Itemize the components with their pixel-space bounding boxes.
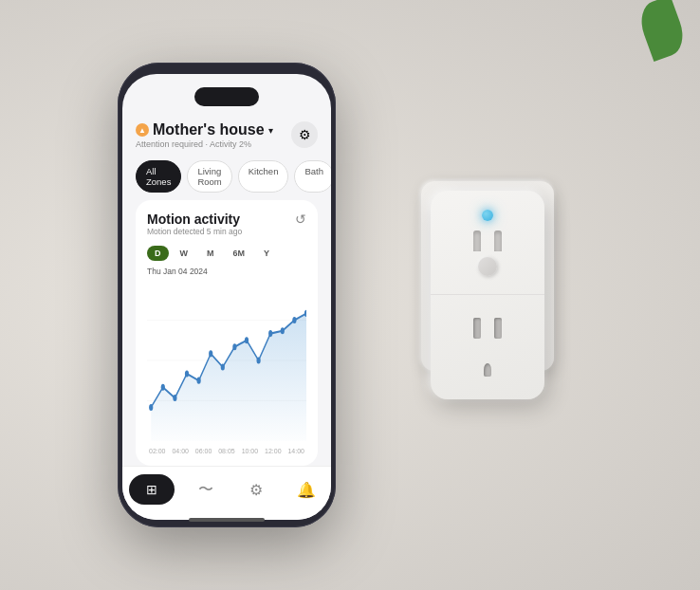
card-title-group: Motion activity Motion detected 5 min ag… (147, 212, 242, 244)
nav-settings[interactable]: ⚙ (237, 474, 275, 505)
dynamic-island (194, 87, 259, 106)
bell-icon: 🔔 (297, 481, 316, 499)
smart-plug (431, 191, 544, 399)
scene: ▲ Mother's house ▾ Attention required · … (0, 0, 700, 590)
home-indicator (189, 518, 265, 522)
header-title-row: ▲ Mother's house ▾ (136, 121, 273, 138)
svg-point-7 (197, 378, 201, 384)
x-label-5: 10:00 (242, 448, 259, 454)
plug-prong-left (473, 230, 481, 251)
nav-activity[interactable]: 〜 (187, 474, 225, 505)
activity-icon: 〜 (198, 480, 213, 500)
chevron-icon[interactable]: ▾ (268, 125, 273, 136)
plug-button[interactable] (478, 257, 497, 276)
svg-point-8 (209, 350, 212, 357)
x-label-7: 14:00 (287, 448, 304, 454)
date-label: Thu Jan 04 2024 (147, 267, 306, 276)
nav-notifications[interactable]: 🔔 (287, 474, 325, 505)
header-left: ▲ Mother's house ▾ Attention required · … (136, 121, 273, 149)
screen-content: ▲ Mother's house ▾ Attention required · … (122, 74, 331, 466)
tab-bath[interactable]: Bath (294, 160, 331, 193)
plug-prong-row (473, 230, 502, 251)
zone-tabs: All Zones Living Room Kitchen Bath (136, 160, 318, 193)
leaf-decoration (635, 0, 690, 62)
svg-point-6 (185, 371, 189, 378)
svg-point-9 (221, 363, 225, 370)
motion-chart (147, 280, 306, 454)
nav-grid[interactable]: ⊞ (129, 474, 175, 505)
grid-icon: ⊞ (146, 482, 157, 497)
x-label-2: 04:00 (172, 448, 189, 454)
card-header: Motion activity Motion detected 5 min ag… (147, 212, 306, 244)
activity-card: Motion activity Motion detected 5 min ag… (136, 200, 318, 466)
svg-point-3 (149, 404, 153, 411)
tab-living-room[interactable]: Living Room (187, 160, 231, 193)
svg-point-11 (245, 337, 249, 343)
tab-kitchen[interactable]: Kitchen (238, 160, 289, 193)
svg-point-15 (292, 317, 296, 323)
smart-plug-container (393, 153, 582, 437)
bottom-nav: ⊞ 〜 ⚙ 🔔 (122, 466, 331, 520)
alert-icon: ▲ (136, 123, 149, 137)
svg-point-10 (232, 343, 236, 350)
card-title: Motion activity (147, 212, 242, 227)
time-btn-w[interactable]: W (173, 246, 196, 261)
svg-point-14 (281, 327, 285, 334)
chart-area: 02:00 04:00 06:00 08:05 10:00 12:00 14:0… (147, 280, 306, 454)
tab-all-zones[interactable]: All Zones (136, 160, 181, 193)
outlet-prong-row (473, 318, 502, 339)
header-subtitle: Attention required · Activity 2% (136, 139, 273, 149)
svg-point-4 (161, 384, 165, 391)
outlet-prong-left (473, 318, 481, 339)
app-header: ▲ Mother's house ▾ Attention required · … (136, 116, 318, 149)
plug-top-section (431, 191, 544, 295)
svg-point-13 (268, 330, 272, 337)
outlet-prong-ground (484, 363, 491, 377)
plug-prong-right (494, 230, 502, 251)
time-range-selector: D W M 6M Y (147, 246, 306, 261)
phone-screen: ▲ Mother's house ▾ Attention required · … (122, 74, 331, 520)
time-btn-y[interactable]: Y (256, 246, 277, 261)
x-axis-labels: 02:00 04:00 06:00 08:05 10:00 12:00 14:0… (147, 448, 306, 454)
time-btn-m[interactable]: M (199, 246, 222, 261)
house-title: Mother's house (153, 121, 265, 138)
phone: ▲ Mother's house ▾ Attention required · … (118, 63, 336, 527)
svg-point-12 (257, 357, 261, 363)
plug-bottom-section (431, 295, 544, 399)
settings-icon: ⚙ (249, 481, 263, 499)
settings-button[interactable]: ⚙ (291, 121, 318, 148)
plug-led (482, 210, 493, 221)
svg-point-5 (173, 395, 176, 401)
outlet-prong-right (494, 318, 502, 339)
time-btn-d[interactable]: D (147, 246, 169, 261)
x-label-4: 08:05 (218, 448, 235, 454)
time-btn-6m[interactable]: 6M (226, 246, 253, 261)
card-subtitle: Motion detected 5 min ago (147, 227, 242, 236)
x-label-6: 12:00 (265, 448, 282, 454)
x-label-3: 06:00 (195, 448, 212, 454)
history-icon[interactable]: ↺ (295, 212, 306, 227)
x-label-1: 02:00 (149, 448, 166, 454)
